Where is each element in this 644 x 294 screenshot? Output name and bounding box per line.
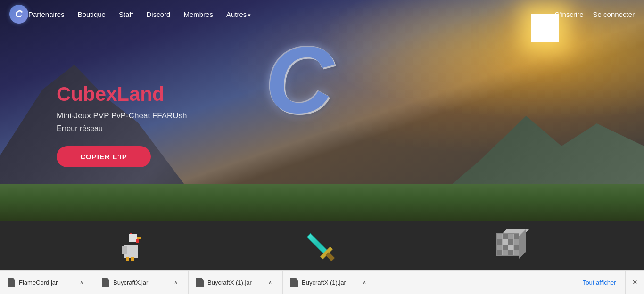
download-item-2: BuycraftX (1).jar ∧ xyxy=(189,271,283,294)
download-item-0: FlameCord.jar ∧ xyxy=(0,271,94,294)
hero-subtitle: Mini-Jeux PVP PvP-Cheat FFARUsh xyxy=(57,111,644,121)
navbar-logo[interactable]: C xyxy=(9,5,28,24)
file-icon-0 xyxy=(8,278,15,287)
download-name-1: BuycraftX.jar xyxy=(113,279,167,286)
hero-status: Erreur réseau xyxy=(57,124,644,133)
block-icon-container xyxy=(496,233,525,261)
sword-icon-container xyxy=(308,230,334,265)
file-icon-2 xyxy=(196,278,204,287)
download-bar-close[interactable]: × xyxy=(625,271,644,294)
nav-autres[interactable]: Autres xyxy=(226,10,251,18)
minecraft-chicken-icon xyxy=(119,233,145,261)
hero-title: CubexLand xyxy=(57,83,644,106)
bottom-icons-section xyxy=(0,221,644,273)
nav-boutique[interactable]: Boutique xyxy=(78,10,106,18)
navbar-auth: S'inscrire Se connecter xyxy=(554,10,635,18)
hero-title-white: Cubex xyxy=(57,83,117,105)
download-arrow-2[interactable]: ∧ xyxy=(265,278,275,286)
minecraft-block-icon xyxy=(496,233,525,261)
show-all-link[interactable]: Tout afficher xyxy=(583,279,616,286)
download-arrow-0[interactable]: ∧ xyxy=(77,278,86,286)
nav-staff[interactable]: Staff xyxy=(119,10,133,18)
nav-partenaires[interactable]: Partenaires xyxy=(28,10,65,18)
download-name-0: FlameCord.jar xyxy=(19,279,73,286)
download-name-3: BuycraftX (1).jar xyxy=(302,279,356,286)
download-item-1: BuycraftX.jar ∧ xyxy=(94,271,189,294)
navbar-links: Partenaires Boutique Staff Discord Membr… xyxy=(28,10,554,18)
hero-title-red: Land xyxy=(117,83,164,105)
hero-section: C CubexLand Mini-Jeux PVP PvP-Cheat FFAR… xyxy=(0,0,644,221)
chicken-icon-container xyxy=(119,233,145,261)
minecraft-sword-icon xyxy=(299,226,343,269)
nav-discord[interactable]: Discord xyxy=(147,10,171,18)
nav-login[interactable]: Se connecter xyxy=(593,10,635,18)
file-icon-3 xyxy=(290,278,298,287)
show-all-container: Tout afficher xyxy=(573,271,626,294)
download-item-3: BuycraftX (1).jar ∧ xyxy=(283,271,377,294)
download-bar: FlameCord.jar ∧ BuycraftX.jar ∧ Buycraft… xyxy=(0,270,644,294)
nav-register[interactable]: S'inscrire xyxy=(554,10,583,18)
nav-membres[interactable]: Membres xyxy=(183,10,213,18)
copy-ip-button[interactable]: COPIER L'IP xyxy=(57,146,151,167)
download-arrow-1[interactable]: ∧ xyxy=(171,278,181,286)
hero-content: CubexLand Mini-Jeux PVP PvP-Cheat FFARUs… xyxy=(0,0,644,221)
navbar: C Partenaires Boutique Staff Discord Mem… xyxy=(0,0,644,28)
download-name-2: BuycraftX (1).jar xyxy=(207,279,262,286)
file-icon-1 xyxy=(102,278,109,287)
download-arrow-3[interactable]: ∧ xyxy=(360,278,369,286)
